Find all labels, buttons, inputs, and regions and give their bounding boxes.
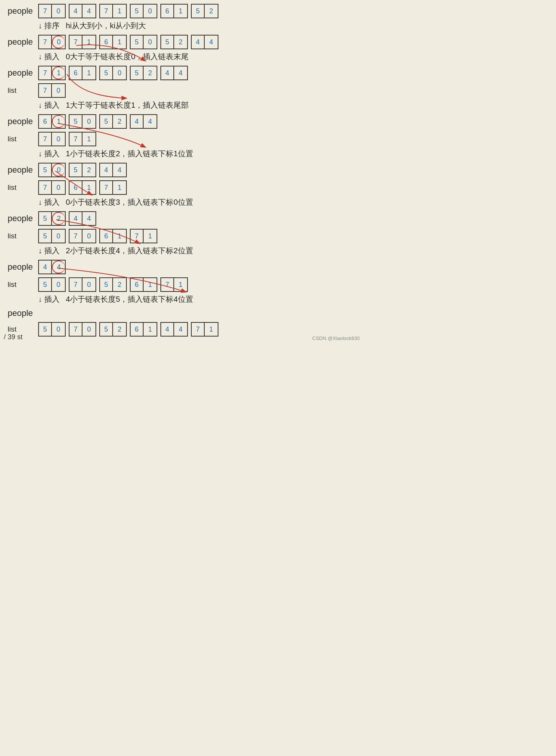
cell-k-0-3: 0	[144, 5, 157, 18]
page-number: / 39 st	[4, 333, 23, 341]
list-label-5: list	[8, 232, 38, 240]
cell-h-0-5: 5	[192, 5, 205, 18]
cell-h-0-1: 4	[70, 5, 82, 18]
people-label-7: people	[8, 308, 38, 318]
arrow-svg-3	[50, 119, 195, 149]
final-cell-h-4: 4	[161, 323, 174, 336]
annotation-4: ↓ 插入 0小于链表长度3，插入链表下标0位置	[38, 197, 356, 207]
cell-h-2-0: 7	[39, 66, 52, 79]
cell-h-0-0: 7	[39, 5, 52, 18]
annotation-text-2: ↓ 插入 1大于等于链表长度1，插入链表尾部	[38, 100, 189, 110]
cell-pair-0-4: 6 1	[160, 4, 188, 18]
cell-k-0-0: 0	[52, 5, 65, 18]
final-cell-h-2: 5	[100, 323, 113, 336]
cell-pair-0-5: 5 2	[191, 4, 218, 18]
annotation-0: ↓ 排序 hi从大到小，ki从小到大	[38, 21, 356, 31]
final-cell-h-5: 7	[192, 323, 205, 336]
final-cell-k-4: 4	[174, 323, 187, 336]
list-cell-k-4-2: 1	[113, 181, 126, 194]
section-7: people	[8, 308, 356, 318]
annotation-3: ↓ 插入 1小于链表长度2，插入链表下标1位置	[38, 149, 356, 159]
cell-pair-0-2: 7 1	[99, 4, 127, 18]
watermark: CSDN @Xiaolock830	[312, 335, 360, 341]
section-0: people 7 0 4 4 7 1 5 0 6 1 5	[8, 4, 356, 31]
people-label-2: people	[8, 68, 38, 78]
list-cell-h-2-0: 7	[39, 84, 52, 97]
section-final: list 5 0 7 0 5 2 6 1 4 4 7	[8, 322, 356, 337]
cell-k-1-0: 0	[52, 36, 65, 49]
cell-h-1-0: 7	[39, 36, 52, 49]
list-label-4: list	[8, 183, 38, 192]
final-cell-h-1: 7	[70, 323, 82, 336]
arrow-svg-6	[48, 264, 239, 294]
final-cell-pair-4: 4 4	[160, 322, 188, 337]
cell-pair-1-5: 4 4	[191, 35, 218, 49]
final-cell-pair-2: 5 2	[99, 322, 127, 337]
annotation-5: ↓ 插入 2小于链表长度4，插入链表下标2位置	[38, 246, 356, 256]
section-6: people 4 4 list 5 0 7 0 5 2 6 1	[8, 260, 356, 304]
arrow-svg-1	[69, 42, 183, 65]
section-3: people 6 1 5 0 5 2 4 4 list 7 0	[8, 114, 356, 159]
final-cell-pair-3: 6 1	[130, 322, 157, 337]
cell-k-0-2: 1	[113, 5, 126, 18]
section-5: people 5 2 4 4 list 5 0 7 0 6 1	[8, 211, 356, 256]
cell-k-0-1: 4	[82, 5, 95, 18]
cell-h-0-4: 6	[161, 5, 174, 18]
final-list-row: list 5 0 7 0 5 2 6 1 4 4 7	[8, 322, 356, 337]
people-label-1: people	[8, 37, 38, 47]
arrow-svg-4	[46, 167, 115, 197]
final-list-label: list	[8, 325, 38, 333]
cell-k-1-5: 4	[205, 36, 218, 49]
cell-pair-0-0: 7 0	[38, 4, 66, 18]
annotation-text-5: ↓ 插入 2小于链表长度4，插入链表下标2位置	[38, 246, 193, 256]
final-cell-h-0: 5	[39, 323, 52, 336]
final-cell-k-2: 2	[113, 323, 126, 336]
people-label-4: people	[8, 165, 38, 175]
people-label-6: people	[8, 262, 38, 272]
section-2: people 7 1 6 1 5 0 5 2 4 4 list	[8, 66, 356, 110]
list-label-2: list	[8, 86, 38, 95]
list-label-3: list	[8, 135, 38, 143]
cell-k-0-5: 2	[205, 5, 218, 18]
cell-pair-1-0: 7 0	[38, 35, 66, 49]
cell-h-0-3: 5	[131, 5, 144, 18]
annotation-6: ↓ 插入 4小于链表长度5，插入链表下标4位置	[38, 294, 356, 304]
section-1: people 7 0 7 1 6 1 5 0 5 2 4	[8, 35, 356, 62]
annotation-text-6: ↓ 插入 4小于链表长度5，插入链表下标4位置	[38, 294, 193, 304]
list-label-6: list	[8, 280, 38, 289]
final-cell-k-5: 1	[205, 323, 218, 336]
people-label-5: people	[8, 214, 38, 223]
main-container: people 7 0 4 4 7 1 5 0 6 1 5	[0, 0, 364, 344]
final-cell-k-0: 0	[52, 323, 65, 336]
people-row-7: people	[8, 308, 356, 318]
people-label-0: people	[8, 6, 38, 16]
cell-k-0-4: 1	[174, 5, 187, 18]
cell-pair-0-3: 5 0	[130, 4, 157, 18]
annotation-text-0: ↓ 排序 hi从大到小，ki从小到大	[38, 21, 146, 31]
cell-h-1-5: 4	[192, 36, 205, 49]
final-cell-h-3: 6	[131, 323, 144, 336]
annotation-text-3: ↓ 插入 1小于链表长度2，插入链表下标1位置	[38, 149, 193, 159]
section-4: people 5 0 5 2 4 4 list 7 0 6 1	[8, 163, 356, 207]
annotation-text-4: ↓ 插入 0小于链表长度3，插入链表下标0位置	[38, 197, 193, 207]
annotation-2: ↓ 插入 1大于等于链表长度1，插入链表尾部	[38, 100, 356, 110]
arrow-svg-2	[57, 70, 191, 100]
arrow-svg-5	[48, 215, 193, 246]
people-row-0: people 7 0 4 4 7 1 5 0 6 1 5	[8, 4, 356, 18]
cell-h-0-2: 7	[100, 5, 113, 18]
cell-k-4-2: 4	[113, 164, 126, 176]
cell-pair-0-1: 4 4	[69, 4, 96, 18]
people-label-3: people	[8, 117, 38, 126]
final-cell-pair-1: 7 0	[69, 322, 96, 337]
final-cell-pair-5: 7 1	[191, 322, 218, 337]
final-cell-k-1: 0	[82, 323, 95, 336]
final-cell-pair-0: 5 0	[38, 322, 66, 337]
final-cell-k-3: 1	[144, 323, 157, 336]
